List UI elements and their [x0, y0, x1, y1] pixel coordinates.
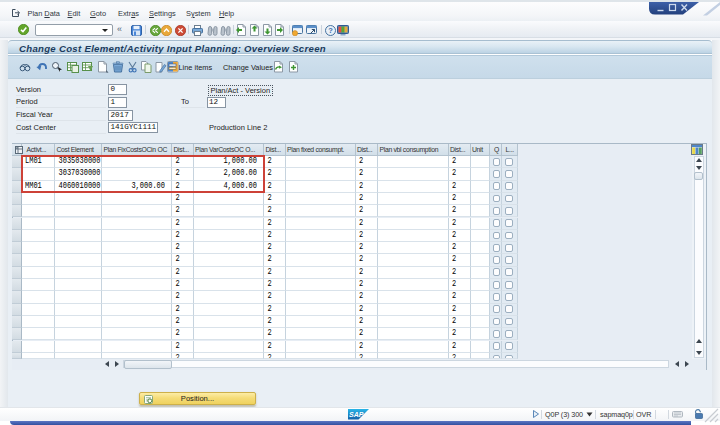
svg-text:SAP: SAP — [349, 411, 364, 418]
svg-text:?: ? — [328, 26, 333, 35]
